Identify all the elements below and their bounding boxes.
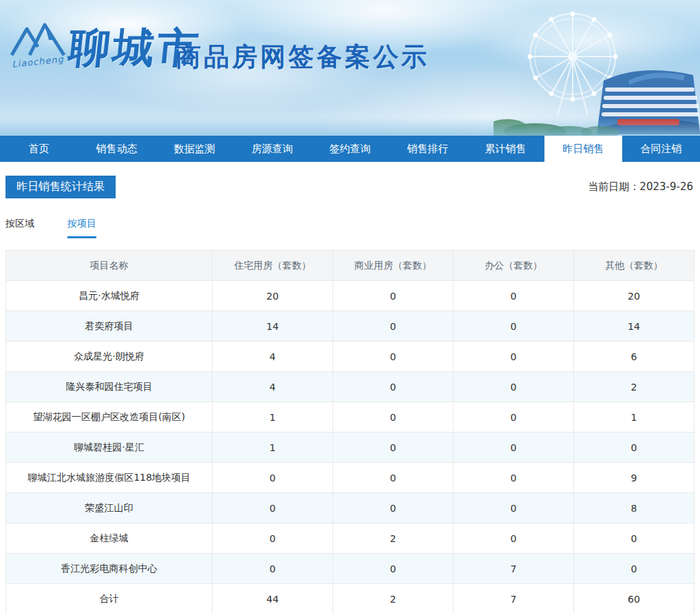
count-cell: 7: [454, 584, 574, 613]
count-cell: 0: [333, 311, 454, 342]
count-cell: 0: [333, 493, 454, 523]
current-date-label: 当前日期：2023-9-26: [588, 180, 694, 194]
count-cell: 0: [333, 342, 454, 372]
banner-title: 商品房网签备案公示: [176, 40, 429, 74]
table-row: 隆兴泰和园住宅项目4002: [6, 372, 694, 402]
nav-item-3[interactable]: 数据监测: [156, 136, 233, 162]
project-name-cell: 金柱绿城: [6, 523, 213, 554]
tab-2[interactable]: 按项目: [67, 218, 96, 238]
count-cell: 0: [454, 311, 574, 342]
table-header-cell: 商业用房（套数）: [333, 251, 454, 281]
count-cell: 0: [454, 372, 574, 402]
tab-1[interactable]: 按区域: [6, 218, 34, 238]
count-cell: 1: [574, 402, 694, 433]
count-cell: 4: [213, 342, 333, 372]
liaocheng-logo: Liaocheng: [8, 19, 67, 67]
table-row: 香江光彩电商科创中心0070: [6, 554, 694, 584]
nav-item-4[interactable]: 房源查询: [233, 136, 311, 162]
count-cell: 0: [454, 523, 574, 554]
table-body: 昌元·水城悦府200020君奕府项目140014众成星光·朗悦府4006隆兴泰和…: [6, 281, 694, 613]
count-cell: 0: [333, 281, 454, 311]
nav-item-5[interactable]: 签约查询: [311, 136, 389, 162]
nav-item-1[interactable]: 首页: [0, 136, 78, 162]
count-cell: 6: [574, 342, 694, 372]
count-cell: 0: [333, 554, 454, 584]
table-row: 望湖花园一区棚户区改造项目(南区)1001: [6, 402, 694, 433]
table-row: 聊城江北水城旅游度假区118地块项目0009: [6, 463, 694, 493]
table-row: 昌元·水城悦府200020: [6, 281, 694, 311]
view-tabs: 按区域按项目: [6, 218, 694, 239]
count-cell: 2: [333, 523, 454, 554]
logo-mountain-icon: [9, 19, 67, 58]
project-name-cell: 君奕府项目: [6, 311, 213, 342]
table-header-cell: 住宅用房（套数）: [213, 251, 333, 281]
project-name-cell: 合计: [6, 584, 213, 613]
table-row: 聊城碧桂园·星汇1000: [6, 433, 694, 463]
count-cell: 0: [454, 342, 574, 372]
content-header: 昨日销售统计结果 当前日期：2023-9-26: [6, 176, 694, 198]
count-cell: 7: [454, 554, 574, 584]
table-header-cell: 项目名称: [6, 251, 213, 281]
project-name-cell: 众成星光·朗悦府: [6, 342, 213, 372]
main-content: 昨日销售统计结果 当前日期：2023-9-26 按区域按项目 项目名称住宅用房（…: [0, 176, 700, 613]
count-cell: 0: [454, 281, 574, 311]
count-cell: 0: [574, 433, 694, 463]
count-cell: 0: [454, 463, 574, 493]
count-cell: 0: [454, 433, 574, 463]
project-name-cell: 香江光彩电商科创中心: [6, 554, 213, 584]
count-cell: 0: [454, 493, 574, 523]
count-cell: 8: [574, 493, 694, 523]
nav-item-2[interactable]: 销售动态: [78, 136, 156, 162]
table-header-cell: 其他（套数）: [574, 251, 694, 281]
count-cell: 14: [213, 311, 333, 342]
nav-item-8[interactable]: 昨日销售: [544, 136, 622, 162]
count-cell: 2: [574, 372, 694, 402]
count-cell: 0: [213, 463, 333, 493]
project-name-cell: 荣盛江山印: [6, 493, 213, 523]
count-cell: 0: [213, 554, 333, 584]
page-title: 昨日销售统计结果: [6, 176, 116, 198]
count-cell: 0: [333, 433, 454, 463]
table-row: 荣盛江山印0008: [6, 493, 694, 523]
count-cell: 4: [213, 372, 333, 402]
table-row: 金柱绿城0200: [6, 523, 694, 554]
count-cell: 1: [213, 402, 333, 433]
count-cell: 14: [574, 311, 694, 342]
count-cell: 60: [574, 584, 694, 613]
table-row: 众成星光·朗悦府4006: [6, 342, 694, 372]
count-cell: 0: [213, 493, 333, 523]
count-cell: 0: [574, 554, 694, 584]
header-banner: Liaocheng 聊城市 商品房网签备案公示: [0, 0, 700, 136]
main-nav: 首页销售动态数据监测房源查询签约查询销售排行累计销售昨日销售合同注销: [0, 136, 700, 162]
count-cell: 20: [574, 281, 694, 311]
table-header-row: 项目名称住宅用房（套数）商业用房（套数）办公（套数）其他（套数）: [6, 251, 694, 281]
count-cell: 0: [574, 523, 694, 554]
count-cell: 44: [213, 584, 333, 613]
sales-stats-table: 项目名称住宅用房（套数）商业用房（套数）办公（套数）其他（套数） 昌元·水城悦府…: [6, 250, 694, 613]
table-head: 项目名称住宅用房（套数）商业用房（套数）办公（套数）其他（套数）: [6, 251, 694, 281]
table-row: 君奕府项目140014: [6, 311, 694, 342]
project-name-cell: 聊城江北水城旅游度假区118地块项目: [6, 463, 213, 493]
count-cell: 1: [213, 433, 333, 463]
project-name-cell: 隆兴泰和园住宅项目: [6, 372, 213, 402]
banner-water-strip: [0, 118, 700, 136]
project-name-cell: 望湖花园一区棚户区改造项目(南区): [6, 402, 213, 433]
count-cell: 0: [213, 523, 333, 554]
project-name-cell: 昌元·水城悦府: [6, 281, 213, 311]
count-cell: 2: [333, 584, 454, 613]
nav-item-6[interactable]: 销售排行: [389, 136, 467, 162]
count-cell: 9: [574, 463, 694, 493]
nav-item-9[interactable]: 合同注销: [622, 136, 700, 162]
count-cell: 0: [333, 372, 454, 402]
count-cell: 20: [213, 281, 333, 311]
count-cell: 0: [333, 463, 454, 493]
project-name-cell: 聊城碧桂园·星汇: [6, 433, 213, 463]
count-cell: 0: [333, 402, 454, 433]
nav-item-7[interactable]: 累计销售: [467, 136, 544, 162]
table-header-cell: 办公（套数）: [454, 251, 574, 281]
table-total-row: 合计442760: [6, 584, 694, 613]
count-cell: 0: [454, 402, 574, 433]
